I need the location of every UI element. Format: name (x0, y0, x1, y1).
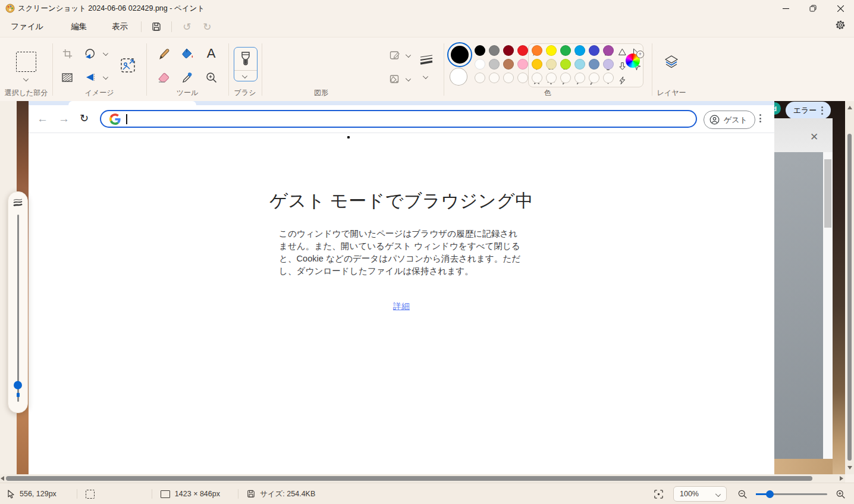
rotate-dropdown-chevron-icon[interactable] (103, 51, 108, 56)
brush-dropdown-chevron-icon[interactable] (242, 73, 247, 78)
redo-button[interactable]: ↻ (197, 19, 217, 34)
image-guest-badge: ゲスト (704, 111, 755, 129)
restore-button[interactable] (799, 0, 827, 17)
image-error-chip: エラー (786, 102, 831, 119)
image-side-window-close-icon: ✕ (810, 131, 818, 143)
color-swatch[interactable] (489, 45, 500, 56)
color1-swatch[interactable] (451, 46, 469, 64)
color-swatch[interactable] (475, 59, 485, 70)
zoom-level-dropdown[interactable]: 100% (673, 486, 727, 502)
empty-color-swatch[interactable] (475, 73, 485, 83)
color-swatch[interactable] (532, 45, 542, 56)
brush-tool-button[interactable] (234, 47, 258, 81)
layers-button[interactable] (663, 53, 680, 71)
scroll-up-arrow-icon[interactable] (847, 106, 852, 109)
zoom-in-button[interactable] (836, 489, 846, 499)
minimize-button[interactable] (772, 0, 799, 17)
image-resize-button[interactable] (118, 55, 138, 75)
flip-dropdown-chevron-icon[interactable] (103, 74, 108, 80)
horizontal-scrollbar-thumb[interactable] (6, 476, 812, 481)
resize-skew-button[interactable] (59, 70, 75, 85)
palette-row-2 (475, 59, 614, 70)
shape-fill-chevron-icon[interactable] (406, 76, 411, 81)
save-icon (152, 22, 161, 32)
color-swatch[interactable] (603, 59, 614, 70)
scroll-right-arrow-icon[interactable] (840, 476, 843, 481)
empty-color-swatch[interactable] (603, 73, 614, 83)
fill-tool-button[interactable] (180, 46, 195, 61)
paint-canvas[interactable]: d ← → ↻ ゲスト ゲスト モードでブラウジング中 このウィンドウで開いたペ… (0, 101, 845, 474)
empty-color-swatch[interactable] (589, 73, 599, 83)
fit-to-screen-button[interactable] (654, 489, 664, 499)
selection-dropdown-chevron-icon[interactable] (23, 76, 29, 81)
empty-color-swatch[interactable] (546, 73, 557, 83)
shape-fill-button[interactable] (388, 72, 402, 86)
color-swatch[interactable] (517, 59, 528, 70)
scroll-left-arrow-icon[interactable] (1, 476, 4, 481)
empty-color-swatch[interactable] (489, 73, 500, 83)
save-button[interactable] (146, 19, 167, 34)
color-swatch[interactable] (546, 59, 557, 70)
cursor-icon (7, 490, 15, 499)
eraser-tool-button[interactable] (156, 70, 171, 85)
horizontal-scrollbar[interactable] (0, 474, 845, 483)
empty-color-swatch[interactable] (560, 73, 571, 83)
crop-button[interactable] (59, 46, 75, 61)
fill-bucket-icon (181, 47, 194, 60)
close-button[interactable] (827, 0, 854, 17)
vertical-scrollbar-thumb[interactable] (847, 134, 852, 461)
line-thickness-button[interactable] (417, 52, 435, 68)
size-slider-track[interactable] (17, 215, 19, 402)
size-slider-handle[interactable] (14, 381, 22, 389)
guest-mode-heading: ゲスト モードでブラウジング中 (29, 189, 774, 213)
group-layers: レイヤー (652, 37, 691, 102)
color-swatch[interactable] (589, 59, 599, 70)
settings-button[interactable] (835, 20, 846, 33)
color-swatch[interactable] (589, 45, 599, 56)
color-swatch[interactable] (560, 59, 571, 70)
menu-file[interactable]: ファイル (2, 18, 52, 35)
selection-tool-button[interactable] (16, 52, 36, 72)
color-swatch[interactable] (517, 45, 528, 56)
magnifier-plus-icon (205, 71, 218, 84)
menu-view[interactable]: 表示 (103, 18, 136, 35)
vertical-scrollbar[interactable] (845, 101, 854, 474)
empty-color-swatch[interactable] (532, 73, 542, 83)
add-color-plus-icon: + (636, 51, 644, 58)
zoom-slider[interactable] (756, 493, 827, 495)
shape-outline-chevron-icon[interactable] (406, 52, 411, 58)
color-swatch[interactable] (532, 59, 542, 70)
color-swatch[interactable] (546, 45, 557, 56)
empty-color-swatch[interactable] (574, 73, 585, 83)
color-swatch[interactable] (574, 45, 585, 56)
shape-outline-button[interactable] (388, 48, 402, 62)
color-picker-tool-button[interactable] (180, 70, 195, 85)
empty-color-swatch[interactable] (517, 73, 528, 83)
empty-color-swatch[interactable] (503, 73, 514, 83)
text-tool-button[interactable]: A (203, 46, 219, 61)
zoom-out-button[interactable] (737, 489, 748, 499)
color-swatch[interactable] (489, 59, 500, 70)
color-swatch[interactable] (574, 59, 585, 70)
thickness-chevron-icon[interactable] (423, 74, 428, 79)
color-swatch[interactable] (475, 45, 485, 56)
color-swatch[interactable] (560, 45, 571, 56)
paint-app-icon (5, 4, 15, 13)
pencil-tool-button[interactable] (156, 46, 171, 61)
scroll-down-arrow-icon[interactable] (847, 466, 852, 470)
zoom-slider-handle[interactable] (766, 490, 774, 498)
flip-button[interactable] (82, 70, 98, 85)
zoom-out-icon (737, 489, 748, 499)
color-swatch[interactable] (603, 45, 614, 56)
menu-edit[interactable]: 編集 (62, 18, 95, 35)
color-swatch[interactable] (503, 59, 514, 70)
file-size-status: サイズ: 254.4KB (247, 489, 315, 499)
color-swatch[interactable] (503, 45, 514, 56)
color2-swatch[interactable] (450, 68, 467, 86)
browser-menu-kebab-icon (759, 114, 761, 122)
undo-button[interactable]: ↺ (177, 19, 197, 34)
rotate-button[interactable] (82, 46, 98, 61)
magnifier-tool-button[interactable] (203, 70, 219, 85)
details-link: 詳細 (393, 301, 410, 311)
size-slider-tick (17, 393, 20, 397)
